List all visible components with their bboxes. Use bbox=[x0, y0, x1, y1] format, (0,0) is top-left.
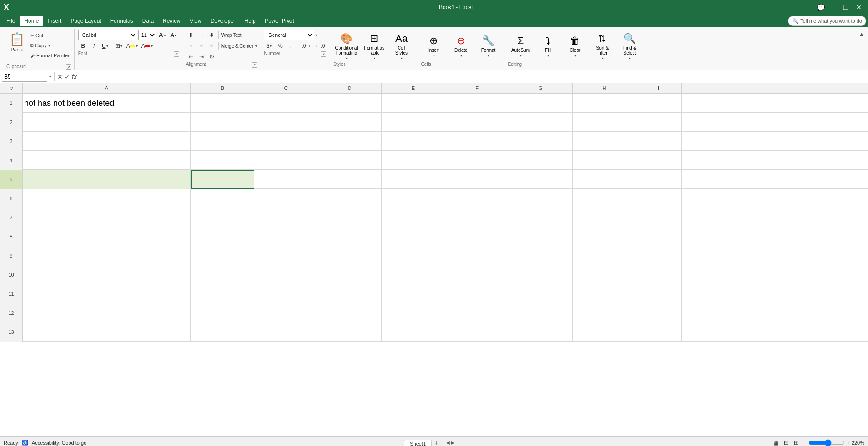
cell-e12[interactable] bbox=[382, 303, 445, 322]
cell-b7[interactable] bbox=[191, 208, 254, 227]
cell-e11[interactable] bbox=[382, 284, 445, 303]
cell-d10[interactable] bbox=[318, 265, 382, 284]
cell-e7[interactable] bbox=[382, 208, 445, 227]
cell-h2[interactable] bbox=[573, 113, 636, 132]
cell-a12[interactable] bbox=[23, 303, 191, 322]
row-num-12[interactable]: 12 bbox=[0, 303, 23, 322]
minimize-button[interactable]: — bbox=[827, 4, 838, 11]
cancel-formula-button[interactable]: ✕ bbox=[57, 73, 63, 80]
cell-g1[interactable] bbox=[509, 94, 573, 113]
cell-i5[interactable] bbox=[636, 170, 682, 189]
name-box-dropdown[interactable]: ▾ bbox=[49, 74, 51, 79]
clear-button[interactable]: 🗑 Clear ▾ bbox=[562, 33, 588, 59]
cell-b4[interactable] bbox=[191, 151, 254, 170]
increase-indent-button[interactable]: ⇥ bbox=[196, 52, 206, 62]
copy-button[interactable]: ⧉ Copy ▾ bbox=[29, 41, 71, 50]
cell-b9[interactable] bbox=[191, 246, 254, 265]
cell-c12[interactable] bbox=[254, 303, 318, 322]
zoom-slider[interactable] bbox=[808, 439, 845, 446]
row-num-11[interactable]: 11 bbox=[0, 284, 23, 303]
cell-i12[interactable] bbox=[636, 303, 682, 322]
tell-me-input[interactable]: 🔍 Tell me what you want to do bbox=[788, 16, 866, 26]
cell-e3[interactable] bbox=[382, 132, 445, 151]
cell-h5[interactable] bbox=[573, 170, 636, 189]
cell-c8[interactable] bbox=[254, 227, 318, 246]
font-name-select[interactable]: Calibri bbox=[78, 30, 137, 40]
merge-center-button[interactable]: Merge & Center bbox=[220, 41, 255, 51]
cut-button[interactable]: ✂ Cut bbox=[29, 31, 71, 40]
cell-c2[interactable] bbox=[254, 113, 318, 132]
cell-d5[interactable] bbox=[318, 170, 382, 189]
cell-styles-button[interactable]: Aa CellStyles ▾ bbox=[389, 31, 414, 61]
cell-g2[interactable] bbox=[509, 113, 573, 132]
cell-b13[interactable] bbox=[191, 322, 254, 342]
cell-h6[interactable] bbox=[573, 189, 636, 208]
cell-i8[interactable] bbox=[636, 227, 682, 246]
font-color-button[interactable]: A ▾ bbox=[140, 41, 154, 51]
wrap-text-button[interactable]: Wrap Text bbox=[220, 30, 243, 40]
bold-button[interactable]: B bbox=[78, 41, 88, 51]
cell-d6[interactable] bbox=[318, 189, 382, 208]
row-num-3[interactable]: 3 bbox=[0, 132, 23, 151]
increase-font-size-button[interactable]: A▲ bbox=[157, 30, 168, 40]
cell-g9[interactable] bbox=[509, 246, 573, 265]
col-header-h[interactable]: H bbox=[573, 83, 636, 93]
cell-a9[interactable] bbox=[23, 246, 191, 265]
name-box[interactable]: B5 bbox=[2, 72, 47, 82]
alignment-expand[interactable]: ↗ bbox=[252, 62, 257, 68]
percent-button[interactable]: % bbox=[275, 41, 285, 51]
cell-h13[interactable] bbox=[573, 322, 636, 342]
ribbon-collapse-button[interactable]: ▲ bbox=[859, 31, 864, 37]
cell-a1[interactable]: not has not been deleted bbox=[23, 94, 191, 113]
align-right-button[interactable]: ≡ bbox=[207, 41, 217, 51]
align-middle-button[interactable]: ↔ bbox=[196, 30, 206, 40]
menu-item-review[interactable]: Review bbox=[158, 16, 185, 26]
cell-c10[interactable] bbox=[254, 265, 318, 284]
cell-h9[interactable] bbox=[573, 246, 636, 265]
row-num-1[interactable]: 1 bbox=[0, 94, 23, 113]
find-select-button[interactable]: 🔍 Find &Select ▾ bbox=[617, 31, 642, 61]
cell-d8[interactable] bbox=[318, 227, 382, 246]
clipboard-expand[interactable]: ↗ bbox=[66, 64, 71, 70]
cell-h11[interactable] bbox=[573, 284, 636, 303]
cell-f12[interactable] bbox=[445, 303, 509, 322]
cell-e10[interactable] bbox=[382, 265, 445, 284]
cell-d11[interactable] bbox=[318, 284, 382, 303]
cell-d12[interactable] bbox=[318, 303, 382, 322]
cell-a4[interactable] bbox=[23, 151, 191, 170]
cell-g11[interactable] bbox=[509, 284, 573, 303]
align-center-button[interactable]: ≡ bbox=[196, 41, 206, 51]
restore-button[interactable]: ❐ bbox=[840, 4, 852, 11]
decrease-decimal-button[interactable]: .0→ bbox=[300, 41, 313, 51]
align-top-button[interactable]: ⬆ bbox=[186, 30, 196, 40]
cell-i7[interactable] bbox=[636, 208, 682, 227]
cell-a7[interactable] bbox=[23, 208, 191, 227]
cell-i3[interactable] bbox=[636, 132, 682, 151]
cell-h4[interactable] bbox=[573, 151, 636, 170]
scroll-left-button[interactable]: ◀ bbox=[446, 440, 450, 445]
italic-button[interactable]: I bbox=[89, 41, 99, 51]
row-num-4[interactable]: 4 bbox=[0, 151, 23, 170]
menu-item-data[interactable]: Data bbox=[138, 16, 158, 26]
sheet-tab-sheet1[interactable]: Sheet1 bbox=[404, 440, 432, 446]
cell-g13[interactable] bbox=[509, 322, 573, 342]
row-num-6[interactable]: 6 bbox=[0, 189, 23, 208]
fill-color-button[interactable]: A ▾ bbox=[125, 41, 139, 51]
cell-d7[interactable] bbox=[318, 208, 382, 227]
col-header-b[interactable]: B bbox=[191, 83, 254, 93]
cell-h12[interactable] bbox=[573, 303, 636, 322]
conditional-formatting-button[interactable]: 🎨 ConditionalFormatting ▾ bbox=[333, 31, 359, 61]
chat-icon[interactable]: 💬 bbox=[817, 4, 825, 11]
comma-button[interactable]: , bbox=[286, 41, 296, 51]
currency-button[interactable]: $▾ bbox=[264, 41, 274, 51]
col-header-c[interactable]: C bbox=[254, 83, 318, 93]
cell-f3[interactable] bbox=[445, 132, 509, 151]
menu-item-view[interactable]: View bbox=[185, 16, 206, 26]
cell-h3[interactable] bbox=[573, 132, 636, 151]
menu-item-help[interactable]: Help bbox=[240, 16, 260, 26]
cell-g7[interactable] bbox=[509, 208, 573, 227]
page-break-preview-button[interactable]: ⊞ bbox=[792, 439, 800, 446]
menu-item-power-pivot[interactable]: Power Pivot bbox=[260, 16, 299, 26]
zoom-out-button[interactable]: − bbox=[804, 440, 807, 446]
cell-f2[interactable] bbox=[445, 113, 509, 132]
